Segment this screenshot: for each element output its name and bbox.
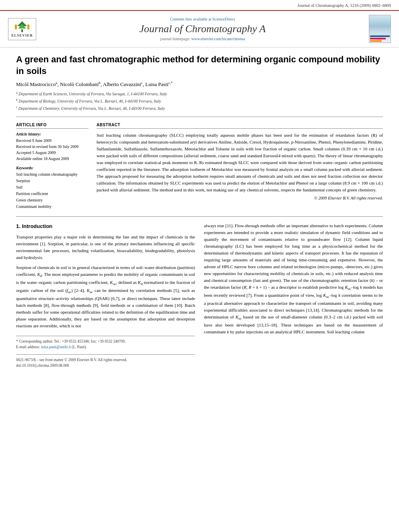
keyword-2: Sorption: [16, 178, 88, 184]
journal-cover-thumbnail: [369, 15, 391, 43]
keywords-block: Keywords: Soil leaching column chromatog…: [16, 166, 88, 210]
svg-rect-3: [15, 25, 17, 29]
journal-reference: Journal of Chromatography A, 1216 (2009)…: [200, 3, 391, 8]
cover-line-3: [370, 40, 382, 42]
abstract-col: ABSTRACT Soil leaching column chromatogr…: [97, 123, 383, 210]
footnote-divider: * Corresponding author. Tel.: +39 0532 4…: [16, 336, 195, 350]
cover-line-2: [370, 38, 386, 39]
intro-para-2: Sorption of chemicals in soil is in gene…: [16, 264, 195, 329]
abstract-heading: ABSTRACT: [97, 123, 383, 129]
authors: Micòl Mastrociccoa, Nicolò Colombanib, A…: [16, 81, 383, 88]
sciencedirect-text: ScienceDirect: [212, 17, 235, 21]
cover-line-1: [370, 35, 390, 37]
affiliation-c: c Department of Chemistry, University of…: [16, 105, 383, 111]
sciencedirect-link: Contents lists available at ScienceDirec…: [43, 17, 362, 21]
keyword-3: Soil: [16, 184, 88, 191]
article-info-heading: ARTICLE INFO: [16, 123, 88, 129]
keyword-5: Green chemistry: [16, 197, 88, 203]
body-right-col: always true [11]. Flow-through methods o…: [204, 222, 383, 369]
doi-line: doi:10.1016/j.chroma.2009.08.006: [16, 363, 195, 369]
revised-date: Received in revised form 30 July 2009: [16, 144, 88, 150]
article-content: A green and fast chromatographic method …: [0, 47, 399, 377]
body-two-col: 1. Introduction Transport properties pla…: [16, 222, 383, 369]
article-title: A green and fast chromatographic method …: [16, 54, 383, 77]
header: Journal of Chromatography A, 1216 (2009)…: [0, 0, 399, 11]
section-1-title: 1. Introduction: [16, 222, 195, 230]
section-number: 1.: [16, 223, 21, 229]
received-date: Received 9 June 2009: [16, 138, 88, 144]
online-date: Available online 18 August 2009: [16, 156, 88, 162]
history-label: Article history:: [16, 132, 88, 136]
right-para-1: always true [11]. Flow-through methods o…: [204, 222, 383, 336]
svg-rect-0: [21, 29, 23, 32]
bottom-info: 0021-9673/$ – see front matter © 2009 El…: [16, 354, 195, 369]
accepted-date: Accepted 5 August 2009: [16, 150, 88, 156]
abstract-copyright: © 2009 Elsevier B.V. All rights reserved…: [97, 196, 383, 200]
keyword-1: Soil leaching column chromatography: [16, 171, 88, 178]
journal-banner: ELSEVIER Contents lists available at Sci…: [0, 11, 399, 47]
body-section: 1. Introduction Transport properties pla…: [16, 216, 383, 369]
affiliation-b: b Department of Biology, University of F…: [16, 98, 383, 104]
article-info-col: ARTICLE INFO Article history: Received 9…: [16, 123, 88, 210]
affiliation-a: a Department of Earth Sciences, Universi…: [16, 90, 383, 97]
page-wrapper: Journal of Chromatography A, 1216 (2009)…: [0, 0, 399, 377]
section-title-text: Introduction: [22, 223, 52, 229]
info-abstract-section: ARTICLE INFO Article history: Received 9…: [16, 117, 383, 210]
abstract-text: Soil leaching column chromatography (SLC…: [97, 132, 383, 193]
keywords-label: Keywords:: [16, 166, 88, 170]
footnote-email: E-mail address: luisa.pasti@unife.it (L.…: [16, 344, 195, 350]
issn-line: 0021-9673/$ – see front matter © 2009 El…: [16, 357, 195, 363]
cover-lines: [370, 35, 390, 42]
elsevier-label: ELSEVIER: [11, 33, 33, 37]
journal-center: Contents lists available at ScienceDirec…: [43, 17, 362, 41]
body-left-col: 1. Introduction Transport properties pla…: [16, 222, 195, 369]
article-history-block: Article history: Received 9 June 2009 Re…: [16, 132, 88, 162]
journal-title-banner: Journal of Chromatography A: [43, 23, 362, 35]
homepage-url: www.elsevier.com/locate/chroma: [191, 37, 245, 41]
svg-rect-4: [27, 25, 29, 29]
keyword-4: Partition coefficient: [16, 191, 88, 197]
intro-para-1: Transport properties play a major role i…: [16, 234, 195, 261]
affiliations: a Department of Earth Sciences, Universi…: [16, 90, 383, 112]
homepage-label: journal homepage:: [160, 37, 190, 41]
footnote-corresponding: * Corresponding author. Tel.: +39 0532 4…: [16, 339, 195, 344]
keyword-6: Contaminant mobility: [16, 203, 88, 210]
journal-homepage: journal homepage: www.elsevier.com/locat…: [43, 37, 362, 41]
elsevier-logo: ELSEVIER: [8, 18, 36, 40]
